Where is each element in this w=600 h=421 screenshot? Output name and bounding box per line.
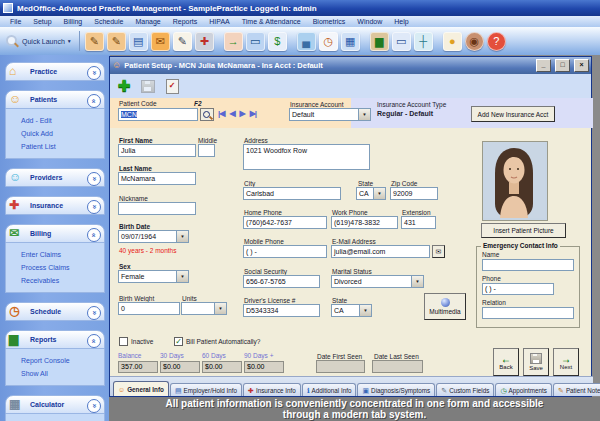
tab-appointments[interactable]: ◷Appointments (495, 383, 552, 396)
dropdown-arrow-icon[interactable]: ▼ (359, 305, 371, 316)
bill-automatically-checkbox[interactable] (174, 337, 183, 346)
maximize-button[interactable]: □ (555, 59, 570, 72)
menu-manage[interactable]: Manage (129, 16, 166, 27)
add-insurance-button[interactable]: Add New Insurance Acct (471, 106, 555, 122)
menu-biometrics[interactable]: Biometrics (307, 16, 352, 27)
camera-icon[interactable]: ✚ (195, 32, 214, 51)
home-phone-input[interactable]: (760)642-7637 (243, 216, 327, 229)
sidebar-section-insurance[interactable]: ✚Insurance» (5, 196, 105, 215)
nickname-input[interactable] (118, 202, 196, 215)
chevron-up-icon[interactable]: » (87, 228, 101, 242)
dropdown-arrow-icon[interactable]: ▼ (176, 231, 188, 242)
dropdown-arrow-icon[interactable]: ▼ (214, 303, 226, 314)
save-button[interactable]: Save (523, 348, 549, 376)
search-icon[interactable] (5, 34, 19, 48)
add-patient-button[interactable]: ✚ (114, 76, 134, 96)
tab-additional-info[interactable]: ℹAdditional Info (302, 383, 357, 396)
sidebar-section-schedule[interactable]: ◷Schedule» (5, 302, 105, 321)
sidebar-section-billing[interactable]: ✉Billing» (5, 224, 105, 243)
chevron-down-icon[interactable]: ▼ (67, 38, 72, 44)
emergency-phone-input[interactable]: ( ) - (482, 283, 554, 295)
icd-codes-icon[interactable]: ✎ (107, 32, 126, 51)
sidebar-item-patient-list[interactable]: Patient List (21, 140, 102, 153)
tab-insurance-info[interactable]: ✚Insurance Info (243, 383, 301, 396)
last-record-icon[interactable]: ▶| (250, 109, 256, 118)
chevron-down-icon[interactable]: » (87, 66, 101, 80)
sidebar-section-practice[interactable]: ⌂Practice» (5, 62, 105, 81)
report-time-icon[interactable]: ◷ (319, 32, 338, 51)
chevron-up-icon[interactable]: » (87, 334, 101, 348)
menu-schedule[interactable]: Schedule (88, 16, 129, 27)
verify-button[interactable]: ✓ (162, 76, 182, 96)
menu-setup[interactable]: Setup (27, 16, 57, 27)
next-record-icon[interactable]: ▶ (240, 109, 245, 118)
dl-state-select[interactable]: CA ▼ (331, 304, 372, 317)
tab-general-info[interactable]: ☺General Info (113, 381, 169, 396)
insurance-account-select[interactable]: Default ▼ (289, 108, 371, 121)
back-button[interactable]: ← Back (493, 348, 519, 376)
chevron-down-icon[interactable]: » (87, 306, 101, 320)
sidebar-item-add-edit[interactable]: Add - Edit (21, 114, 102, 127)
address-input[interactable]: 1021 Woodfox Row (243, 144, 370, 170)
city-input[interactable]: Carlsbad (243, 187, 341, 200)
sidebar-section-patients[interactable]: ☺Patients» (5, 90, 105, 109)
patient-chart-icon[interactable]: ✉ (151, 32, 170, 51)
emergency-name-input[interactable] (482, 259, 574, 271)
menu-window[interactable]: Window (351, 16, 388, 27)
dropdown-arrow-icon[interactable]: ▼ (373, 188, 385, 199)
inactive-checkbox[interactable] (119, 337, 128, 346)
menu-hipaa[interactable]: HIPAA (203, 16, 236, 27)
emergency-relation-input[interactable] (482, 307, 574, 319)
tab-diagnosis-symptoms[interactable]: ▣Diagnosis/Symptoms (357, 383, 435, 396)
work-phone-input[interactable]: (619)478-3832 (331, 216, 398, 229)
last-name-input[interactable]: McNamara (118, 172, 196, 185)
birth-weight-input[interactable]: 0 (118, 302, 180, 315)
sex-select[interactable]: Female ▼ (118, 270, 189, 283)
sidebar-item-quick-add[interactable]: Quick Add (21, 127, 102, 140)
zip-input[interactable]: 92009 (390, 187, 438, 200)
first-record-icon[interactable]: |◀ (218, 109, 224, 118)
patient-transfer-icon[interactable]: → (224, 32, 243, 51)
sidebar-section-reports[interactable]: ▆Reports» (5, 330, 105, 349)
close-button[interactable]: × (574, 59, 589, 72)
screen-edit-icon[interactable]: ▭ (246, 32, 265, 51)
statement-export-icon[interactable]: $ (268, 32, 287, 51)
mobile-phone-input[interactable]: ( ) - (243, 245, 327, 258)
middle-input[interactable] (198, 144, 215, 157)
units-select[interactable]: ▼ (181, 302, 227, 315)
dropdown-arrow-icon[interactable]: ▼ (411, 276, 423, 287)
biometrics-icon[interactable]: ◉ (465, 32, 484, 51)
previous-record-icon[interactable]: ◀ (229, 109, 234, 118)
save-toolbar-button[interactable] (138, 76, 158, 96)
sidebar-item-process-claims[interactable]: Process Claims (21, 261, 102, 274)
drivers-license-input[interactable]: D5343334 (243, 304, 320, 317)
ssn-input[interactable]: 656-67-5765 (243, 275, 320, 288)
patient-code-input[interactable]: MCN (118, 108, 198, 121)
chevron-down-icon[interactable]: » (87, 399, 101, 413)
patient-card-icon[interactable]: ▤ (129, 32, 148, 51)
menu-help[interactable]: Help (388, 16, 414, 27)
chevron-down-icon[interactable]: » (87, 200, 101, 214)
extension-input[interactable]: 431 (401, 216, 436, 229)
menu-billing[interactable]: Billing (58, 16, 89, 27)
minimize-button[interactable]: _ (536, 59, 551, 72)
sidebar-item-enter-claims[interactable]: Enter Claims (21, 248, 102, 261)
marital-status-select[interactable]: Divorced ▼ (331, 275, 424, 288)
monitor-icon[interactable]: ▭ (392, 32, 411, 51)
claim-entry-icon[interactable]: ✎ (173, 32, 192, 51)
sidebar-item-receivables[interactable]: Receivables (21, 274, 102, 287)
menu-time-attendance[interactable]: Time & Attendance (236, 16, 307, 27)
chevron-up-icon[interactable]: » (87, 94, 101, 108)
send-email-button[interactable]: ✉ (432, 245, 445, 258)
tab-patient-notes[interactable]: ✎Patient Notes (553, 383, 600, 396)
tab-custom-fields[interactable]: ✎Custom Fields (436, 383, 494, 396)
chevron-down-icon[interactable]: » (87, 172, 101, 186)
next-button[interactable]: → Next (553, 348, 579, 376)
cpt-codes-icon[interactable]: ✎ (85, 32, 104, 51)
multimedia-button[interactable]: Multimedia (424, 293, 466, 320)
vehicle-icon[interactable]: ▄ (297, 32, 316, 51)
help-icon[interactable]: ? (487, 32, 506, 51)
tab-employer-hold-info[interactable]: ▤Employer/Hold Info (170, 383, 242, 396)
sidebar-item-show-all[interactable]: Show All (21, 367, 102, 380)
alerts-icon[interactable]: ● (443, 32, 462, 51)
